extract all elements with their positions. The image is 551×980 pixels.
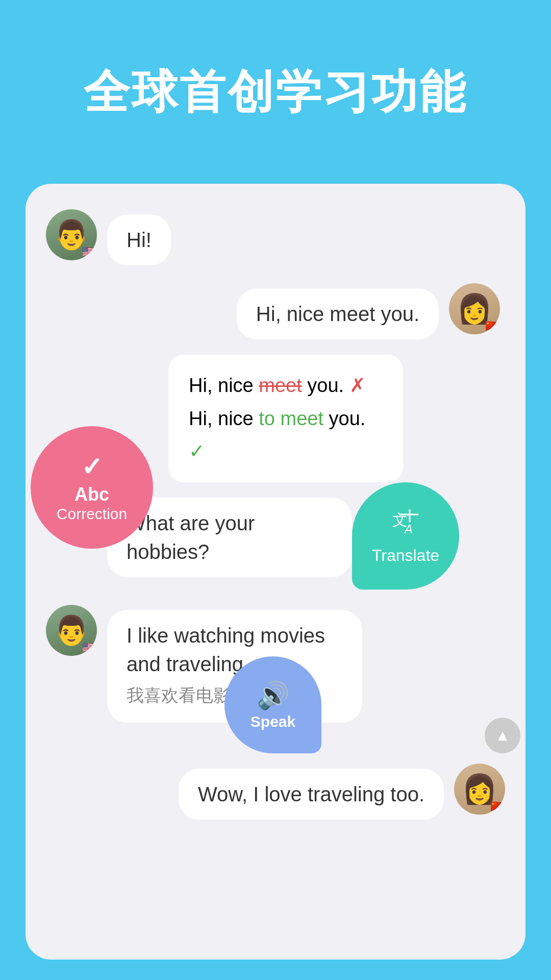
chat-card: 👨 🇺🇸 Hi! ✓ Abc Correction 👩 🇨🇳 — [26, 184, 525, 960]
header-section: 全球首创学习功能 — [0, 0, 551, 124]
check-mark: ✓ — [189, 440, 205, 462]
abc-correction-bubble[interactable]: ✓ Abc Correction — [31, 426, 153, 549]
bubble-text-hobbies: What are your hobbies? — [127, 512, 255, 563]
svg-text:A: A — [404, 522, 413, 536]
chevron-up-icon: ▲ — [495, 727, 510, 744]
bubble-hi: Hi! — [107, 214, 171, 265]
traveling-row: 👩 🇨🇳 Wow, I love traveling too. — [46, 764, 505, 820]
correct-suffix: you. — [323, 408, 365, 429]
avatar-male-2: 👨 🇺🇸 — [46, 605, 97, 656]
chat-row-1: 👨 🇺🇸 Hi! — [46, 209, 505, 265]
correction-correct-line: Hi, nice to meet you. ✓ — [189, 402, 383, 468]
movies-line1: I like watching movies — [127, 621, 343, 650]
correct-word: to meet — [259, 408, 323, 429]
translate-label: Translate — [372, 546, 439, 565]
correction-checkmark: ✓ — [81, 452, 103, 482]
us-flag-2: 🇺🇸 — [82, 641, 96, 655]
cn-flag-1: 🇨🇳 — [485, 319, 499, 333]
avatar-female-2: 👩 🇨🇳 — [454, 764, 505, 815]
correction-wrong-line: Hi, nice meet you. ✗ — [189, 369, 383, 402]
wrong-prefix: Hi, nice — [189, 375, 259, 396]
bubble-traveling: Wow, I love traveling too. — [179, 769, 444, 820]
correction-box: Hi, nice meet you. ✗ Hi, nice to meet yo… — [168, 355, 403, 482]
wrong-word: meet — [259, 375, 302, 396]
avatar-male-1: 👨 🇺🇸 — [46, 209, 97, 260]
chat-row-2: 👩 🇨🇳 Hi, nice meet you. — [46, 283, 505, 339]
response-row: 👨 🇺🇸 I like watching movies and travelin… — [46, 605, 505, 723]
cn-flag-2: 🇨🇳 — [490, 799, 504, 814]
scroll-up-button[interactable]: ▲ — [485, 718, 520, 753]
bubble-text-traveling: Wow, I love traveling too. — [198, 783, 424, 805]
speak-icon: 🔊 — [257, 680, 290, 711]
speak-label: Speak — [251, 713, 295, 730]
bubble-text-hi: Hi! — [127, 229, 152, 251]
x-mark: ✗ — [349, 375, 366, 396]
correct-prefix: Hi, nice — [189, 408, 259, 429]
abc-sublabel: Correction — [57, 505, 127, 523]
speak-button[interactable]: 🔊 Speak — [224, 656, 321, 753]
wrong-suffix: you. — [302, 375, 344, 396]
page-title: 全球首创学习功能 — [0, 0, 551, 124]
chat-row-5: 👩 🇨🇳 Wow, I love traveling too. — [46, 764, 505, 820]
translate-icon: 文 A — [390, 507, 421, 544]
us-flag-1: 🇺🇸 — [82, 245, 96, 259]
bubble-text-nice-meet: Hi, nice meet you. — [256, 303, 419, 325]
translate-button[interactable]: 文 A Translate — [352, 482, 459, 590]
abc-label: Abc — [74, 484, 109, 505]
avatar-female-1: 👩 🇨🇳 — [449, 283, 500, 334]
bubble-nice-meet: Hi, nice meet you. — [237, 288, 439, 339]
